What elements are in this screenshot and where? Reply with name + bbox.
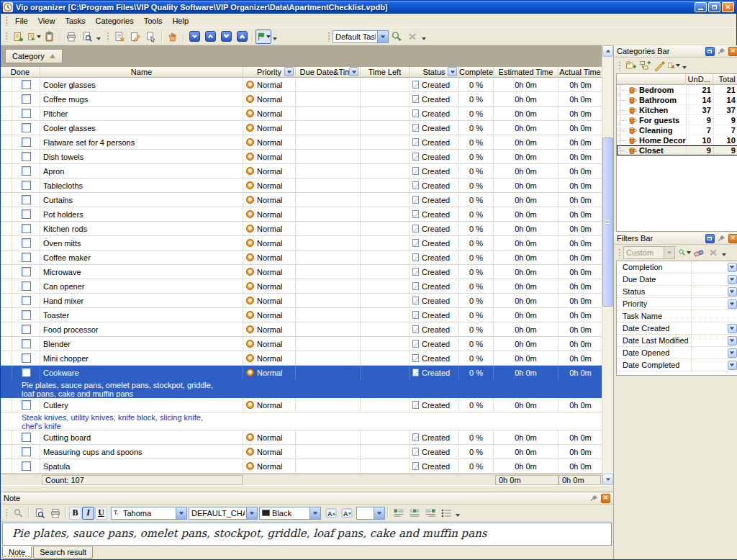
toolbar-overflow-icon[interactable]: [456, 514, 460, 517]
combo-arrow-icon[interactable]: [377, 31, 388, 42]
export-task-list-icon[interactable]: [26, 30, 42, 44]
category-row[interactable]: Bathroom1414: [617, 95, 737, 105]
bold-button[interactable]: B: [69, 507, 81, 520]
combo-arrow-icon[interactable]: [374, 507, 384, 519]
filter-dropdown-icon[interactable]: [728, 299, 737, 309]
undone-column-header[interactable]: UnD...: [686, 74, 713, 85]
task-row[interactable]: ToasterNormalCreated0 %0h 0m0h 0m: [1, 308, 602, 322]
task-row[interactable]: Coffee makerNormalCreated0 %0h 0m0h 0m: [1, 250, 602, 265]
bullet-list-icon[interactable]: [438, 506, 454, 520]
note-toolbar-grip[interactable]: [4, 507, 8, 518]
category-row[interactable]: For guests99: [617, 115, 737, 125]
vertical-scrollbar[interactable]: [602, 45, 613, 485]
done-checkbox[interactable]: [22, 209, 31, 219]
column-header-name[interactable]: Name: [40, 67, 243, 78]
task-row[interactable]: Hand mixerNormalCreated0 %0h 0m0h 0m: [1, 294, 602, 308]
done-checkbox[interactable]: [22, 195, 31, 204]
category-row[interactable]: Closet99: [617, 145, 737, 155]
grow-font-icon[interactable]: A: [323, 506, 339, 520]
pin-icon[interactable]: [589, 494, 599, 503]
print-preview-note-icon[interactable]: [32, 506, 48, 520]
task-row[interactable]: Measuring cups and spoonsNormalCreated0 …: [1, 445, 602, 459]
column-header-complete[interactable]: Complete: [459, 67, 494, 78]
task-row[interactable]: Dish towelsNormalCreated0 %0h 0m0h 0m: [1, 150, 602, 164]
menu-tools[interactable]: Tools: [139, 14, 168, 27]
done-checkbox[interactable]: [22, 152, 31, 161]
done-checkbox[interactable]: [22, 224, 31, 233]
toolbar-grip[interactable]: [4, 31, 8, 42]
categories-toolbar-grip[interactable]: [618, 60, 621, 71]
toolbar-grip[interactable]: [327, 31, 330, 42]
task-row[interactable]: PitcherNormalCreated0 %0h 0m0h 0m: [1, 107, 602, 121]
italic-button[interactable]: I: [82, 507, 94, 520]
done-checkbox[interactable]: [22, 109, 31, 118]
lookup-note-icon[interactable]: [10, 506, 26, 520]
category-row[interactable]: Home Decor1010: [617, 135, 737, 145]
total-column-header[interactable]: Total: [713, 74, 737, 85]
column-header-due-date-time[interactable]: Due Date&Time: [296, 67, 361, 78]
column-header-actual-time[interactable]: Actual Time: [559, 67, 602, 78]
task-row[interactable]: Kitchen rodsNormalCreated0 %0h 0m0h 0m: [1, 222, 602, 236]
done-checkbox[interactable]: [22, 447, 31, 456]
filter-dropdown-icon[interactable]: [728, 263, 737, 272]
category-row[interactable]: Bedroom2121: [617, 85, 737, 95]
scroll-down-button[interactable]: [602, 474, 613, 485]
tab-search-result[interactable]: Search result: [33, 546, 93, 559]
undock-icon[interactable]: [705, 234, 715, 243]
done-checkbox[interactable]: [22, 339, 31, 348]
apply-filter-icon[interactable]: [677, 246, 692, 259]
done-checkbox[interactable]: [22, 137, 31, 147]
task-row[interactable]: CookwareNormalCreated0 %0h 0m0h 0m: [1, 366, 602, 380]
column-filter-dropdown-icon[interactable]: [284, 67, 294, 76]
task-row[interactable]: BlenderNormalCreated0 %0h 0m0h 0m: [1, 337, 602, 351]
new-category-icon[interactable]: [623, 59, 638, 72]
drag-task-icon[interactable]: [143, 30, 159, 44]
column-header-done[interactable]: Done: [1, 67, 40, 78]
new-subcategory-icon[interactable]: [638, 59, 652, 72]
filter-dropdown-icon[interactable]: [728, 348, 737, 358]
task-row[interactable]: Food processorNormalCreated0 %0h 0m0h 0m: [1, 322, 602, 337]
filters-toolbar-grip[interactable]: [618, 248, 621, 258]
task-row[interactable]: Oven mittsNormalCreated0 %0h 0m0h 0m: [1, 236, 602, 250]
column-header-time-left[interactable]: Time Left: [361, 67, 410, 78]
clear-search-icon[interactable]: [404, 30, 420, 44]
task-view-combo[interactable]: Default Task V: [333, 30, 389, 43]
filter-dropdown-icon[interactable]: [728, 361, 737, 370]
close-button[interactable]: ✕: [722, 2, 734, 12]
edit-category-icon[interactable]: [652, 59, 666, 72]
category-name-header[interactable]: [617, 74, 686, 85]
done-checkbox[interactable]: [22, 94, 31, 104]
scrollbar-thumb[interactable]: [602, 137, 613, 307]
done-checkbox[interactable]: [22, 253, 31, 262]
print-note-icon[interactable]: [48, 506, 63, 520]
toolbar-overflow-icon[interactable]: [682, 66, 687, 69]
filter-dropdown-icon[interactable]: [728, 275, 737, 284]
combo-arrow-icon[interactable]: [246, 507, 257, 519]
filter-dropdown-icon[interactable]: [728, 287, 737, 297]
done-checkbox[interactable]: [22, 433, 31, 442]
done-checkbox[interactable]: [22, 181, 31, 190]
done-checkbox[interactable]: [22, 80, 31, 89]
toolbar-overflow-icon[interactable]: [722, 253, 726, 256]
categories-close-icon[interactable]: ✕: [728, 47, 737, 56]
task-row[interactable]: Flatware set for 4 personsNormalCreated0…: [1, 135, 602, 150]
import-task-list-icon[interactable]: [10, 30, 26, 44]
filter-dropdown-icon[interactable]: [728, 324, 737, 333]
done-checkbox[interactable]: [22, 281, 31, 291]
category-row[interactable]: Kitchen3737: [617, 105, 737, 115]
shrink-font-icon[interactable]: A: [339, 506, 355, 520]
menu-file[interactable]: File: [10, 14, 33, 27]
toolbar-overflow-icon[interactable]: [96, 37, 101, 40]
menu-help[interactable]: Help: [167, 14, 194, 27]
done-checkbox[interactable]: [22, 325, 31, 334]
done-checkbox[interactable]: [22, 238, 31, 248]
task-row[interactable]: Cooler glassesNormalCreated0 %0h 0m0h 0m: [1, 78, 602, 92]
menu-tasks[interactable]: Tasks: [60, 14, 90, 27]
erase-filter-icon[interactable]: [692, 246, 706, 259]
done-checkbox[interactable]: [22, 123, 31, 132]
underline-button[interactable]: U: [95, 507, 107, 520]
print-preview-icon[interactable]: [79, 30, 95, 44]
undock-icon[interactable]: [705, 47, 715, 56]
group-by-category-button[interactable]: Category: [5, 49, 63, 63]
column-header-priority[interactable]: Priority: [243, 67, 296, 78]
